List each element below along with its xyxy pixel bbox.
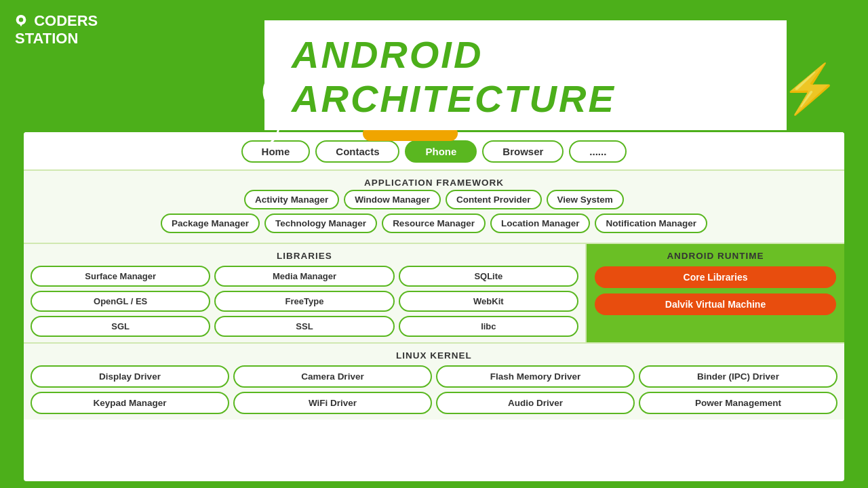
svg-marker-2 <box>18 22 23 26</box>
runtime-section: ANDROID RUNTIME Core Libraries Dalvik Vi… <box>587 244 844 342</box>
runtime-dalvik[interactable]: Dalvik Virtual Machine <box>595 293 836 315</box>
libs-runtime-layer: LIBRARIES Surface Manager Media Manager … <box>24 243 844 342</box>
framework-row2: Package Manager Technology Manager Resou… <box>31 214 837 233</box>
fw-location-manager[interactable]: Location Manager <box>490 214 591 233</box>
libraries-grid: Surface Manager Media Manager SQLite Ope… <box>31 266 578 337</box>
app-contacts[interactable]: Contacts <box>315 140 399 163</box>
kernel-power-management[interactable]: Power Management <box>639 392 837 414</box>
libraries-label: LIBRARIES <box>31 248 578 263</box>
fw-content-provider[interactable]: Content Provider <box>446 190 542 209</box>
svg-point-1 <box>19 18 23 22</box>
lib-surface-manager[interactable]: Surface Manager <box>31 266 210 287</box>
lib-sqlite[interactable]: SQLite <box>399 266 578 287</box>
fw-activity-manager[interactable]: Activity Manager <box>244 190 339 209</box>
squiggle-decoration <box>170 68 305 149</box>
title-banner: ANDROID ARCHITECTURE <box>264 20 787 130</box>
lib-libc[interactable]: libc <box>399 316 578 337</box>
logo-line1: CODERS <box>34 12 98 29</box>
kernel-binder-ipc[interactable]: Binder (IPC) Driver <box>639 365 837 388</box>
app-phone[interactable]: Phone <box>405 140 477 163</box>
runtime-core-libraries[interactable]: Core Libraries <box>595 266 836 288</box>
kernel-wifi-driver[interactable]: WiFi Driver <box>233 392 432 414</box>
lib-webkit[interactable]: WebKit <box>399 291 578 312</box>
kernel-grid: Display Driver Camera Driver Flash Memor… <box>31 365 837 414</box>
kernel-keypad-manager[interactable]: Keypad Manager <box>31 392 229 414</box>
app-browser[interactable]: Browser <box>482 140 564 163</box>
fw-resource-manager[interactable]: Resource Manager <box>382 214 486 233</box>
lib-opengl[interactable]: OpenGL / ES <box>31 291 210 312</box>
fw-technology-manager[interactable]: Technology Manager <box>264 214 377 233</box>
lib-freetype[interactable]: FreeType <box>214 291 394 312</box>
pin-icon <box>15 14 27 29</box>
fw-notification-manager[interactable]: Notification Manager <box>595 214 707 233</box>
libraries-section: LIBRARIES Surface Manager Media Manager … <box>24 244 587 342</box>
framework-layer: APPLICATION FRAMEWORK Activity Manager W… <box>24 169 844 243</box>
kernel-camera-driver[interactable]: Camera Driver <box>233 365 432 388</box>
fw-window-manager[interactable]: Window Manager <box>344 190 441 209</box>
lib-media-manager[interactable]: Media Manager <box>214 266 394 287</box>
kernel-layer: LINUX KERNEL Display Driver Camera Drive… <box>24 342 844 420</box>
lib-sgl[interactable]: SGL <box>31 316 210 337</box>
page-title: ANDROID ARCHITECTURE <box>292 33 766 121</box>
fw-view-system[interactable]: View System <box>547 190 624 209</box>
lightning-icon: ⚡ <box>781 61 840 117</box>
runtime-label: ANDROID RUNTIME <box>595 248 836 263</box>
logo-line2: STATION <box>15 30 78 47</box>
architecture-diagram: Home Contacts Phone Browser ...... APPLI… <box>24 132 844 481</box>
kernel-display-driver[interactable]: Display Driver <box>31 365 229 388</box>
app-more[interactable]: ...... <box>569 140 627 163</box>
kernel-audio-driver[interactable]: Audio Driver <box>436 392 635 414</box>
kernel-flash-memory[interactable]: Flash Memory Driver <box>436 365 635 388</box>
framework-label: APPLICATION FRAMEWORK <box>31 175 837 190</box>
fw-package-manager[interactable]: Package Manager <box>161 214 260 233</box>
logo: CODERS STATION <box>15 12 98 48</box>
framework-row1: Activity Manager Window Manager Content … <box>31 190 837 209</box>
kernel-label: LINUX KERNEL <box>31 348 837 363</box>
lib-ssl[interactable]: SSL <box>214 316 394 337</box>
